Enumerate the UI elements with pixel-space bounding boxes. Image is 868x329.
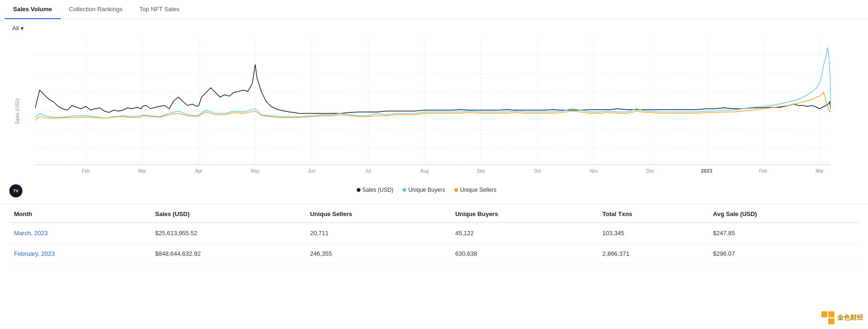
chart-svg: .grid-line { stroke: #d0d0d0; stroke-wid… [35,36,831,181]
legend-dot-buyers [402,188,406,192]
table-row: March, 2023 $25,613,955.52 20,711 45,122… [9,223,859,244]
tab-collection-rankings[interactable]: Collection Rankings [61,0,131,19]
row-1-avg-sale: $296.07 [708,244,859,264]
row-1-unique-buyers: 630,638 [451,244,598,264]
svg-text:Aug: Aug [420,168,429,174]
col-sales: Sales (USD) [150,204,305,223]
data-table: Month Sales (USD) Unique Sellers Unique … [9,204,859,264]
svg-text:Apr: Apr [195,168,203,174]
col-unique-sellers: Unique Sellers [305,204,451,223]
chart-area: .grid-line { stroke: #d0d0d0; stroke-wid… [35,36,831,181]
svg-text:Feb: Feb [82,168,90,174]
row-1-month[interactable]: February, 2023 [9,244,150,264]
col-avg-sale: Avg Sale (USD) [708,204,859,223]
legend-label-sales: Sales (USD) [362,187,394,193]
table-row: February, 2023 $848,644,632.92 246,355 6… [9,244,859,264]
legend-label-sellers: Unique Sellers [460,187,496,193]
row-0-month[interactable]: March, 2023 [9,223,150,244]
svg-text:Sep: Sep [477,168,485,174]
svg-text:Mar: Mar [138,168,147,174]
svg-text:Dec: Dec [646,168,655,174]
legend-sales[interactable]: Sales (USD) [357,187,394,193]
svg-text:Oct: Oct [534,168,541,174]
col-month: Month [9,204,150,223]
y-axis-left-label: Sales (USD) [15,98,20,125]
svg-text:Jun: Jun [308,168,315,174]
row-0-unique-buyers: 45,122 [451,223,598,244]
svg-text:Jul: Jul [365,168,371,174]
col-unique-buyers: Unique Buyers [451,204,598,223]
table-header-row: Month Sales (USD) Unique Sellers Unique … [9,204,859,223]
svg-text:Feb: Feb [759,168,768,174]
row-1-sales: $848,644,632.92 [150,244,305,264]
row-0-sales: $25,613,955.52 [150,223,305,244]
col-total-txns: Total Txns [598,204,708,223]
row-1-unique-sellers: 246,355 [305,244,451,264]
legend-dot-sales [357,188,360,192]
svg-text:May: May [251,168,260,174]
row-0-total-txns: 103,345 [598,223,708,244]
tab-sales-volume[interactable]: Sales Volume [5,0,61,19]
chart-legend: Sales (USD) Unique Buyers Unique Sellers [357,183,496,199]
filter-label: All [12,25,19,32]
legend-buyers[interactable]: Unique Buyers [402,187,445,193]
tradingview-badge: TV [9,184,22,197]
svg-text:Mar: Mar [816,168,824,174]
row-0-unique-sellers: 20,711 [305,223,451,244]
table-section: Month Sales (USD) Unique Sellers Unique … [0,204,868,264]
tab-top-nft-sales[interactable]: Top NFT Sales [131,0,188,19]
svg-text:Nov: Nov [590,168,598,174]
svg-text:2023: 2023 [701,168,712,174]
row-1-total-txns: 2,866,371 [598,244,708,264]
legend-label-buyers: Unique Buyers [408,187,445,193]
filter-all-button[interactable]: All ▾ [9,24,27,33]
tab-bar: Sales Volume Collection Rankings Top NFT… [0,0,868,19]
filter-row: All ▾ [9,24,859,33]
legend-sellers[interactable]: Unique Sellers [454,187,496,193]
chevron-down-icon: ▾ [21,25,24,32]
chart-section: All ▾ Sales (USD) Buyers / Sellers .grid… [0,19,868,204]
row-0-avg-sale: $247.85 [708,223,859,244]
legend-dot-sellers [454,188,458,192]
